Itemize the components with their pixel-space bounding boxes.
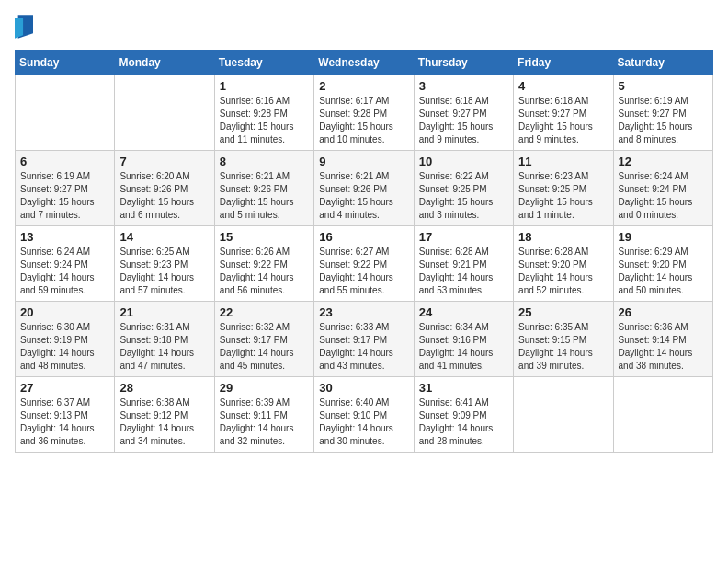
day-number: 15 [220,230,309,244]
day-number: 27 [20,381,109,395]
day-info: Sunrise: 6:30 AM Sunset: 9:19 PM Dayligh… [20,321,109,373]
calendar-cell: 25Sunrise: 6:35 AM Sunset: 9:15 PM Dayli… [514,302,613,377]
calendar-cell: 9Sunrise: 6:21 AM Sunset: 9:26 PM Daylig… [314,151,414,226]
day-number: 18 [518,230,608,244]
calendar-cell: 16Sunrise: 6:27 AM Sunset: 9:22 PM Dayli… [314,226,414,302]
day-info: Sunrise: 6:36 AM Sunset: 9:14 PM Dayligh… [619,321,708,373]
weekday-header-sunday: Sunday [16,51,115,75]
day-number: 8 [220,155,309,168]
calendar-cell: 14Sunrise: 6:25 AM Sunset: 9:23 PM Dayli… [115,226,214,302]
calendar-header: SundayMondayTuesdayWednesdayThursdayFrid… [16,51,713,75]
day-info: Sunrise: 6:27 AM Sunset: 9:22 PM Dayligh… [319,246,408,297]
day-number: 22 [220,305,309,319]
calendar-cell: 21Sunrise: 6:31 AM Sunset: 9:18 PM Dayli… [115,302,214,377]
day-number: 4 [518,79,608,93]
calendar-cell [16,75,115,151]
weekday-row: SundayMondayTuesdayWednesdayThursdayFrid… [16,51,713,75]
calendar-cell: 4Sunrise: 6:18 AM Sunset: 9:27 PM Daylig… [514,75,613,151]
weekday-header-tuesday: Tuesday [214,51,313,75]
day-info: Sunrise: 6:33 AM Sunset: 9:17 PM Dayligh… [319,321,408,373]
calendar-cell: 26Sunrise: 6:36 AM Sunset: 9:14 PM Dayli… [613,302,712,377]
calendar-week-3: 13Sunrise: 6:24 AM Sunset: 9:24 PM Dayli… [16,226,713,302]
day-number: 13 [20,230,109,244]
logo-icon [15,15,33,40]
day-number: 9 [319,155,408,168]
calendar-cell: 15Sunrise: 6:26 AM Sunset: 9:22 PM Dayli… [214,226,313,302]
day-info: Sunrise: 6:34 AM Sunset: 9:16 PM Dayligh… [419,321,508,373]
day-info: Sunrise: 6:32 AM Sunset: 9:17 PM Dayligh… [220,321,309,373]
calendar-cell: 12Sunrise: 6:24 AM Sunset: 9:24 PM Dayli… [613,151,712,226]
calendar-cell: 23Sunrise: 6:33 AM Sunset: 9:17 PM Dayli… [314,302,414,377]
day-info: Sunrise: 6:28 AM Sunset: 9:21 PM Dayligh… [419,246,508,297]
calendar-week-1: 1Sunrise: 6:16 AM Sunset: 9:28 PM Daylig… [16,75,713,151]
day-info: Sunrise: 6:18 AM Sunset: 9:27 PM Dayligh… [419,95,508,146]
calendar-week-2: 6Sunrise: 6:19 AM Sunset: 9:27 PM Daylig… [16,151,713,226]
calendar-table: SundayMondayTuesdayWednesdayThursdayFrid… [15,50,713,453]
day-info: Sunrise: 6:24 AM Sunset: 9:24 PM Dayligh… [619,170,708,222]
day-info: Sunrise: 6:19 AM Sunset: 9:27 PM Dayligh… [619,95,708,146]
day-number: 10 [419,155,508,168]
day-number: 1 [220,79,309,93]
day-info: Sunrise: 6:26 AM Sunset: 9:22 PM Dayligh… [220,246,309,297]
day-info: Sunrise: 6:19 AM Sunset: 9:27 PM Dayligh… [20,170,109,222]
day-number: 16 [319,230,408,244]
weekday-header-thursday: Thursday [414,51,513,75]
day-number: 24 [419,305,508,319]
day-number: 12 [619,155,708,168]
day-info: Sunrise: 6:25 AM Sunset: 9:23 PM Dayligh… [119,246,209,297]
day-info: Sunrise: 6:24 AM Sunset: 9:24 PM Dayligh… [20,246,109,297]
day-info: Sunrise: 6:20 AM Sunset: 9:26 PM Dayligh… [119,170,209,222]
day-info: Sunrise: 6:31 AM Sunset: 9:18 PM Dayligh… [119,321,209,373]
day-info: Sunrise: 6:21 AM Sunset: 9:26 PM Dayligh… [319,170,408,222]
day-number: 29 [220,381,309,395]
calendar-cell [613,377,712,453]
day-number: 26 [619,305,708,319]
calendar-cell [115,75,214,151]
svg-marker-1 [15,18,23,39]
day-number: 14 [119,230,209,244]
day-number: 30 [319,381,408,395]
day-info: Sunrise: 6:41 AM Sunset: 9:09 PM Dayligh… [419,396,508,448]
day-number: 5 [619,79,708,93]
page-header [15,15,713,40]
calendar-body: 1Sunrise: 6:16 AM Sunset: 9:28 PM Daylig… [16,75,713,453]
calendar-cell: 5Sunrise: 6:19 AM Sunset: 9:27 PM Daylig… [613,75,712,151]
calendar-cell: 11Sunrise: 6:23 AM Sunset: 9:25 PM Dayli… [514,151,613,226]
day-number: 7 [119,155,209,168]
day-info: Sunrise: 6:40 AM Sunset: 9:10 PM Dayligh… [319,396,408,448]
weekday-header-friday: Friday [514,51,613,75]
calendar-week-4: 20Sunrise: 6:30 AM Sunset: 9:19 PM Dayli… [16,302,713,377]
day-number: 2 [319,79,408,93]
day-info: Sunrise: 6:39 AM Sunset: 9:11 PM Dayligh… [220,396,309,448]
day-info: Sunrise: 6:17 AM Sunset: 9:28 PM Dayligh… [319,95,408,146]
calendar-week-5: 27Sunrise: 6:37 AM Sunset: 9:13 PM Dayli… [16,377,713,453]
day-info: Sunrise: 6:35 AM Sunset: 9:15 PM Dayligh… [518,321,608,373]
calendar-cell: 29Sunrise: 6:39 AM Sunset: 9:11 PM Dayli… [214,377,313,453]
calendar-cell: 28Sunrise: 6:38 AM Sunset: 9:12 PM Dayli… [115,377,214,453]
calendar-cell: 3Sunrise: 6:18 AM Sunset: 9:27 PM Daylig… [414,75,513,151]
calendar-cell: 17Sunrise: 6:28 AM Sunset: 9:21 PM Dayli… [414,226,513,302]
logo [15,15,37,40]
day-info: Sunrise: 6:37 AM Sunset: 9:13 PM Dayligh… [20,396,109,448]
day-info: Sunrise: 6:23 AM Sunset: 9:25 PM Dayligh… [518,170,608,222]
calendar-cell: 22Sunrise: 6:32 AM Sunset: 9:17 PM Dayli… [214,302,313,377]
weekday-header-saturday: Saturday [613,51,712,75]
day-number: 31 [419,381,508,395]
calendar-cell: 10Sunrise: 6:22 AM Sunset: 9:25 PM Dayli… [414,151,513,226]
day-info: Sunrise: 6:28 AM Sunset: 9:20 PM Dayligh… [518,246,608,297]
weekday-header-wednesday: Wednesday [314,51,414,75]
day-number: 21 [119,305,209,319]
day-number: 23 [319,305,408,319]
calendar-cell [514,377,613,453]
calendar-cell: 1Sunrise: 6:16 AM Sunset: 9:28 PM Daylig… [214,75,313,151]
day-number: 25 [518,305,608,319]
calendar-cell: 8Sunrise: 6:21 AM Sunset: 9:26 PM Daylig… [214,151,313,226]
calendar-cell: 13Sunrise: 6:24 AM Sunset: 9:24 PM Dayli… [16,226,115,302]
day-number: 11 [518,155,608,168]
day-number: 17 [419,230,508,244]
day-number: 3 [419,79,508,93]
calendar-cell: 2Sunrise: 6:17 AM Sunset: 9:28 PM Daylig… [314,75,414,151]
day-number: 20 [20,305,109,319]
day-info: Sunrise: 6:16 AM Sunset: 9:28 PM Dayligh… [220,95,309,146]
day-number: 28 [119,381,209,395]
